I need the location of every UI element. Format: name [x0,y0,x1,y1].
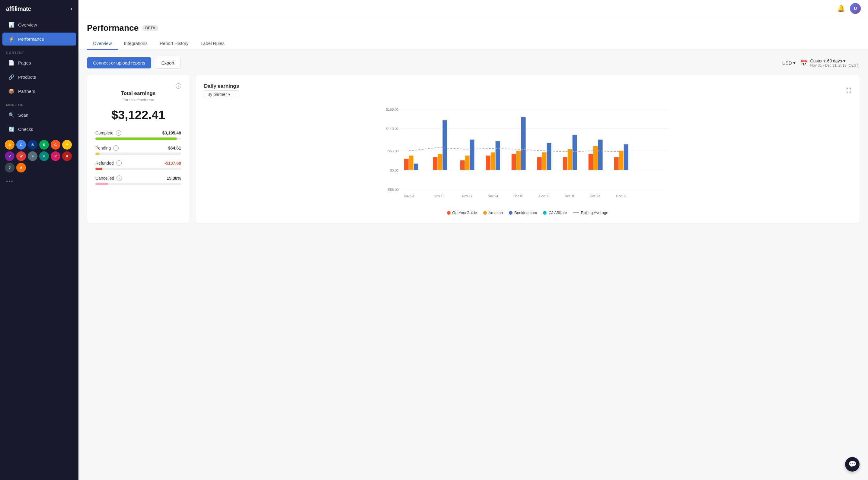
sidebar-item-label-overview: Overview [18,22,37,28]
tab-overview[interactable]: Overview [87,38,118,50]
metric-value-pending: $64.61 [168,146,181,150]
svg-rect-33 [598,140,603,170]
progress-fill-refunded [95,168,102,170]
svg-rect-20 [491,152,495,170]
currency-label: USD [782,60,792,65]
toolbar-right: USD ▾ 📅 Custom: 60 days ▾ Nov 01 - Dec 3… [782,59,860,68]
legend-dot-booking [509,211,513,215]
sidebar-item-pages[interactable]: 📄 Pages [2,57,76,69]
sidebar-item-partners[interactable]: 📦 Partners [2,85,76,98]
complete-info-icon[interactable]: i [116,130,121,136]
performance-icon: ⚡ [8,36,14,42]
page-title: Performance [87,23,138,33]
partner-icon-amazon[interactable]: A [5,140,14,149]
currency-selector[interactable]: USD ▾ [782,60,796,66]
checks-icon: 🔄 [8,126,14,132]
svg-text:$110.00: $110.00 [386,127,399,131]
total-earnings-amount: $3,122.41 [95,108,181,122]
page-title-row: Performance BETA [87,23,860,33]
progress-fill-cancelled [95,183,108,185]
partner-icon-red[interactable]: W [16,151,26,161]
legend-label-amazon: Amazon [489,210,503,215]
svg-text:Nov 24: Nov 24 [488,194,498,198]
app-logo: affilimate [6,5,31,12]
chart-legend: GetYourGuide Amazon Booking.com CJ Affil… [204,210,851,215]
date-range-dropdown-icon: ▾ [843,59,845,63]
partner-icon-fp[interactable]: F [28,151,37,161]
sidebar-item-label-pages: Pages [18,60,31,65]
svg-rect-10 [404,159,409,170]
chat-bubble-button[interactable]: 💬 [845,457,860,472]
svg-rect-16 [460,161,465,170]
svg-rect-24 [521,117,526,170]
by-partner-dropdown-icon: ▾ [228,92,230,97]
tab-label-rules[interactable]: Label Rules [195,38,230,50]
svg-rect-17 [465,156,470,170]
svg-text:Nov 03: Nov 03 [404,194,414,198]
partner-icon-pink[interactable]: P [51,151,60,161]
partner-icons-grid: A G B S G Y V W F U P R J A [0,136,79,176]
sidebar-item-performance[interactable]: ⚡ Performance [2,33,76,45]
export-button[interactable]: Export [155,57,181,69]
date-range-selector[interactable]: 📅 Custom: 60 days ▾ Nov 01 - Dec 31, 201… [800,59,860,68]
tab-integrations[interactable]: Integrations [118,38,154,50]
chart-title-area: Daily earnings By partner ▾ [204,83,239,98]
partner-icon-shareasale[interactable]: S [39,140,49,149]
sidebar-item-overview[interactable]: 📊 Overview [2,19,76,31]
svg-rect-31 [589,154,593,170]
svg-text:Nov 17: Nov 17 [462,194,472,198]
partner-icon-jrp[interactable]: J [5,163,14,172]
metric-label-pending: Pending i [95,145,119,151]
chart-container: $165.00 $110.00 $55.00 $0.00 -$55.00 [204,104,851,207]
expand-chart-icon[interactable]: ⛶ [846,88,851,94]
metric-row-pending: Pending i $64.61 [95,145,181,151]
svg-rect-22 [512,154,516,170]
svg-text:Dec 22: Dec 22 [590,194,600,198]
sidebar-item-products[interactable]: 🔗 Products [2,71,76,83]
avatar[interactable]: U [850,3,861,14]
products-icon: 🔗 [8,74,14,80]
partner-icon-violet[interactable]: V [5,151,14,161]
legend-label-getyourguide: GetYourGuide [453,210,477,215]
partner-icon-teal[interactable]: U [39,151,49,161]
sidebar-item-scan[interactable]: 🔍 Scan [2,108,76,122]
more-partners-button[interactable]: ••• [0,176,79,187]
sidebar-collapse-button[interactable]: ‹ [71,6,72,12]
partner-icon-darkred[interactable]: R [62,151,72,161]
calendar-icon: 📅 [800,59,808,67]
connect-upload-button[interactable]: Connect or upload reports [87,57,151,68]
metric-row-cancelled: Cancelled i 15.38% [95,175,181,181]
legend-line-rolling [573,212,579,213]
partner-icon-yellow[interactable]: Y [62,140,72,149]
svg-rect-27 [547,143,551,170]
legend-label-rolling: Rolling Average [581,210,609,215]
sidebar-item-label-performance: Performance [18,36,44,42]
cancelled-info-icon[interactable]: i [117,175,122,181]
svg-rect-30 [572,135,577,170]
tab-report-history[interactable]: Report History [154,38,195,50]
sidebar-header: affilimate ‹ [0,0,79,18]
pages-icon: 📄 [8,60,14,66]
refunded-info-icon[interactable]: i [116,161,122,166]
progress-bar-pending [95,152,181,155]
topbar: 🔔 U [79,0,868,17]
partner-icon-google[interactable]: G [16,140,26,149]
metric-label-refunded: Refunded i [95,161,122,166]
total-earnings-info-icon[interactable]: i [176,83,181,89]
pending-info-icon[interactable]: i [113,145,119,151]
sidebar-item-checks[interactable]: 🔄 Checks [2,123,76,136]
sidebar: affilimate ‹ 📊 Overview ⚡ Performance CO… [0,0,79,480]
svg-text:$0.00: $0.00 [390,168,399,172]
notification-bell-icon[interactable]: 🔔 [837,4,845,12]
partner-icon-getyourguide[interactable]: G [51,140,60,149]
sidebar-item-label-checks: Checks [18,127,33,132]
partner-icon-az2[interactable]: A [16,163,26,172]
metric-row-refunded: Refunded i -$137.68 [95,161,181,166]
chat-bubble-icon: 💬 [848,460,857,468]
partner-icon-booking[interactable]: B [28,140,37,149]
daily-earnings-card: Daily earnings By partner ▾ ⛶ $165.00 $1… [195,75,860,224]
svg-text:$165.00: $165.00 [386,107,399,111]
by-partner-selector[interactable]: By partner ▾ [204,91,239,98]
svg-rect-21 [496,141,500,170]
sidebar-item-label-partners: Partners [18,89,35,94]
